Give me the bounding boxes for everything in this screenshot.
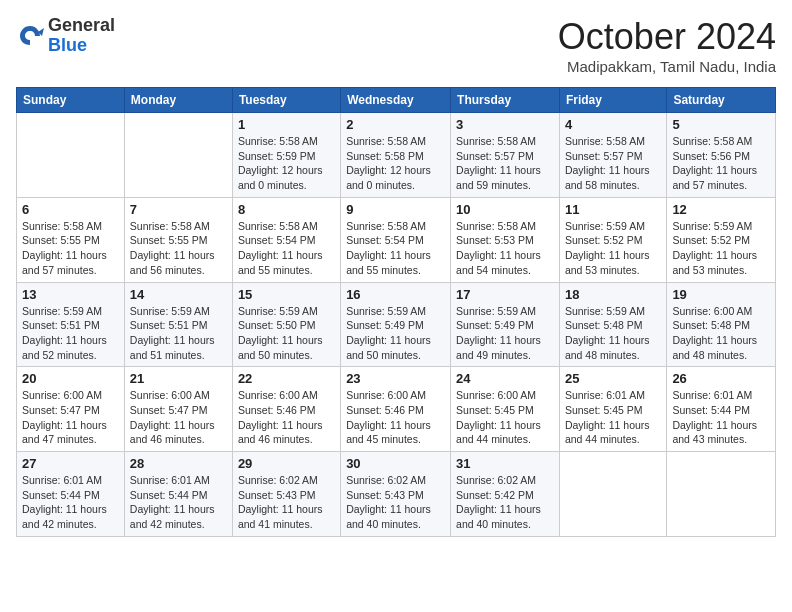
day-cell: 17Sunrise: 5:59 AMSunset: 5:49 PMDayligh… <box>451 282 560 367</box>
day-detail: Sunrise: 6:00 AMSunset: 5:46 PMDaylight:… <box>238 388 335 447</box>
day-number: 31 <box>456 456 554 471</box>
week-row-4: 20Sunrise: 6:00 AMSunset: 5:47 PMDayligh… <box>17 367 776 452</box>
day-cell: 25Sunrise: 6:01 AMSunset: 5:45 PMDayligh… <box>559 367 666 452</box>
day-detail: Sunrise: 5:58 AMSunset: 5:57 PMDaylight:… <box>456 134 554 193</box>
day-number: 20 <box>22 371 119 386</box>
logo: General Blue <box>16 16 115 56</box>
day-cell: 28Sunrise: 6:01 AMSunset: 5:44 PMDayligh… <box>124 452 232 537</box>
header-row: SundayMondayTuesdayWednesdayThursdayFrid… <box>17 88 776 113</box>
location: Madipakkam, Tamil Nadu, India <box>558 58 776 75</box>
day-number: 5 <box>672 117 770 132</box>
day-detail: Sunrise: 5:59 AMSunset: 5:51 PMDaylight:… <box>22 304 119 363</box>
day-detail: Sunrise: 5:59 AMSunset: 5:52 PMDaylight:… <box>565 219 661 278</box>
day-cell: 12Sunrise: 5:59 AMSunset: 5:52 PMDayligh… <box>667 197 776 282</box>
day-cell: 9Sunrise: 5:58 AMSunset: 5:54 PMDaylight… <box>341 197 451 282</box>
day-detail: Sunrise: 5:58 AMSunset: 5:55 PMDaylight:… <box>130 219 227 278</box>
day-number: 12 <box>672 202 770 217</box>
header-cell-monday: Monday <box>124 88 232 113</box>
day-number: 18 <box>565 287 661 302</box>
day-cell: 18Sunrise: 5:59 AMSunset: 5:48 PMDayligh… <box>559 282 666 367</box>
header-cell-tuesday: Tuesday <box>232 88 340 113</box>
day-number: 1 <box>238 117 335 132</box>
day-number: 2 <box>346 117 445 132</box>
day-detail: Sunrise: 6:00 AMSunset: 5:47 PMDaylight:… <box>22 388 119 447</box>
day-cell: 30Sunrise: 6:02 AMSunset: 5:43 PMDayligh… <box>341 452 451 537</box>
day-number: 30 <box>346 456 445 471</box>
day-cell: 6Sunrise: 5:58 AMSunset: 5:55 PMDaylight… <box>17 197 125 282</box>
day-detail: Sunrise: 6:01 AMSunset: 5:44 PMDaylight:… <box>672 388 770 447</box>
day-cell <box>124 113 232 198</box>
day-number: 6 <box>22 202 119 217</box>
day-cell: 15Sunrise: 5:59 AMSunset: 5:50 PMDayligh… <box>232 282 340 367</box>
day-detail: Sunrise: 5:58 AMSunset: 5:55 PMDaylight:… <box>22 219 119 278</box>
day-number: 17 <box>456 287 554 302</box>
week-row-2: 6Sunrise: 5:58 AMSunset: 5:55 PMDaylight… <box>17 197 776 282</box>
day-number: 24 <box>456 371 554 386</box>
header-cell-sunday: Sunday <box>17 88 125 113</box>
day-number: 14 <box>130 287 227 302</box>
month-title: October 2024 <box>558 16 776 58</box>
day-cell: 13Sunrise: 5:59 AMSunset: 5:51 PMDayligh… <box>17 282 125 367</box>
day-detail: Sunrise: 6:01 AMSunset: 5:44 PMDaylight:… <box>130 473 227 532</box>
header-cell-saturday: Saturday <box>667 88 776 113</box>
day-number: 9 <box>346 202 445 217</box>
day-cell: 20Sunrise: 6:00 AMSunset: 5:47 PMDayligh… <box>17 367 125 452</box>
day-detail: Sunrise: 5:58 AMSunset: 5:56 PMDaylight:… <box>672 134 770 193</box>
day-detail: Sunrise: 6:00 AMSunset: 5:45 PMDaylight:… <box>456 388 554 447</box>
day-detail: Sunrise: 5:59 AMSunset: 5:52 PMDaylight:… <box>672 219 770 278</box>
day-detail: Sunrise: 6:02 AMSunset: 5:42 PMDaylight:… <box>456 473 554 532</box>
day-cell: 16Sunrise: 5:59 AMSunset: 5:49 PMDayligh… <box>341 282 451 367</box>
day-cell: 11Sunrise: 5:59 AMSunset: 5:52 PMDayligh… <box>559 197 666 282</box>
day-cell: 26Sunrise: 6:01 AMSunset: 5:44 PMDayligh… <box>667 367 776 452</box>
day-number: 23 <box>346 371 445 386</box>
day-cell: 3Sunrise: 5:58 AMSunset: 5:57 PMDaylight… <box>451 113 560 198</box>
day-detail: Sunrise: 6:02 AMSunset: 5:43 PMDaylight:… <box>238 473 335 532</box>
calendar-body: 1Sunrise: 5:58 AMSunset: 5:59 PMDaylight… <box>17 113 776 537</box>
day-cell: 19Sunrise: 6:00 AMSunset: 5:48 PMDayligh… <box>667 282 776 367</box>
header-cell-thursday: Thursday <box>451 88 560 113</box>
day-number: 22 <box>238 371 335 386</box>
day-cell: 5Sunrise: 5:58 AMSunset: 5:56 PMDaylight… <box>667 113 776 198</box>
day-number: 27 <box>22 456 119 471</box>
day-detail: Sunrise: 5:58 AMSunset: 5:54 PMDaylight:… <box>238 219 335 278</box>
day-cell <box>17 113 125 198</box>
day-number: 7 <box>130 202 227 217</box>
day-number: 8 <box>238 202 335 217</box>
day-number: 4 <box>565 117 661 132</box>
day-detail: Sunrise: 5:58 AMSunset: 5:54 PMDaylight:… <box>346 219 445 278</box>
day-detail: Sunrise: 6:01 AMSunset: 5:45 PMDaylight:… <box>565 388 661 447</box>
day-cell: 10Sunrise: 5:58 AMSunset: 5:53 PMDayligh… <box>451 197 560 282</box>
calendar-table: SundayMondayTuesdayWednesdayThursdayFrid… <box>16 87 776 537</box>
header-cell-friday: Friday <box>559 88 666 113</box>
day-cell: 27Sunrise: 6:01 AMSunset: 5:44 PMDayligh… <box>17 452 125 537</box>
day-cell: 2Sunrise: 5:58 AMSunset: 5:58 PMDaylight… <box>341 113 451 198</box>
logo-text: General Blue <box>48 16 115 56</box>
day-cell: 1Sunrise: 5:58 AMSunset: 5:59 PMDaylight… <box>232 113 340 198</box>
day-detail: Sunrise: 6:01 AMSunset: 5:44 PMDaylight:… <box>22 473 119 532</box>
day-cell: 4Sunrise: 5:58 AMSunset: 5:57 PMDaylight… <box>559 113 666 198</box>
day-detail: Sunrise: 5:58 AMSunset: 5:57 PMDaylight:… <box>565 134 661 193</box>
week-row-5: 27Sunrise: 6:01 AMSunset: 5:44 PMDayligh… <box>17 452 776 537</box>
day-number: 11 <box>565 202 661 217</box>
day-detail: Sunrise: 5:58 AMSunset: 5:53 PMDaylight:… <box>456 219 554 278</box>
day-cell: 23Sunrise: 6:00 AMSunset: 5:46 PMDayligh… <box>341 367 451 452</box>
day-cell: 7Sunrise: 5:58 AMSunset: 5:55 PMDaylight… <box>124 197 232 282</box>
day-number: 16 <box>346 287 445 302</box>
day-detail: Sunrise: 6:00 AMSunset: 5:48 PMDaylight:… <box>672 304 770 363</box>
day-number: 15 <box>238 287 335 302</box>
day-detail: Sunrise: 6:00 AMSunset: 5:47 PMDaylight:… <box>130 388 227 447</box>
day-cell <box>559 452 666 537</box>
day-number: 26 <box>672 371 770 386</box>
header-cell-wednesday: Wednesday <box>341 88 451 113</box>
day-detail: Sunrise: 6:00 AMSunset: 5:46 PMDaylight:… <box>346 388 445 447</box>
day-number: 28 <box>130 456 227 471</box>
day-detail: Sunrise: 5:59 AMSunset: 5:50 PMDaylight:… <box>238 304 335 363</box>
day-detail: Sunrise: 5:59 AMSunset: 5:49 PMDaylight:… <box>456 304 554 363</box>
day-number: 3 <box>456 117 554 132</box>
day-number: 10 <box>456 202 554 217</box>
title-block: October 2024 Madipakkam, Tamil Nadu, Ind… <box>558 16 776 75</box>
logo-blue: Blue <box>48 36 115 56</box>
day-cell: 21Sunrise: 6:00 AMSunset: 5:47 PMDayligh… <box>124 367 232 452</box>
day-number: 21 <box>130 371 227 386</box>
day-cell: 24Sunrise: 6:00 AMSunset: 5:45 PMDayligh… <box>451 367 560 452</box>
